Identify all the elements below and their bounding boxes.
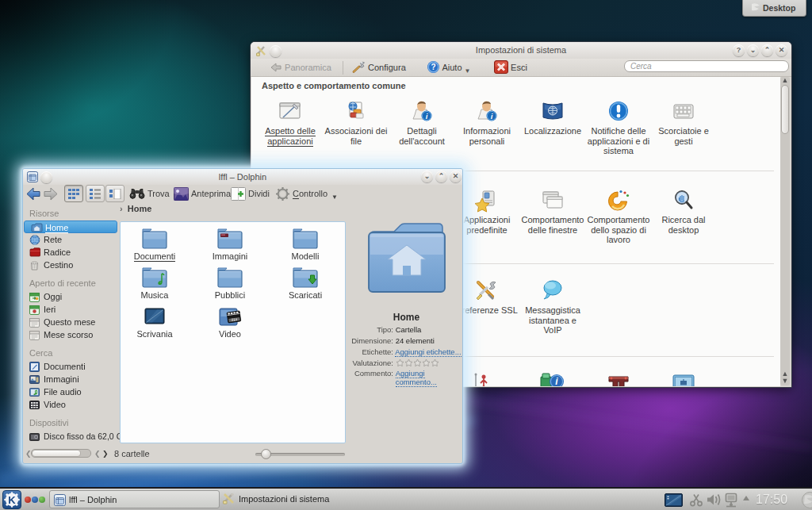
- svg-text:?: ?: [431, 63, 435, 71]
- svg-text:i: i: [491, 112, 493, 121]
- svg-text:i: i: [426, 112, 428, 121]
